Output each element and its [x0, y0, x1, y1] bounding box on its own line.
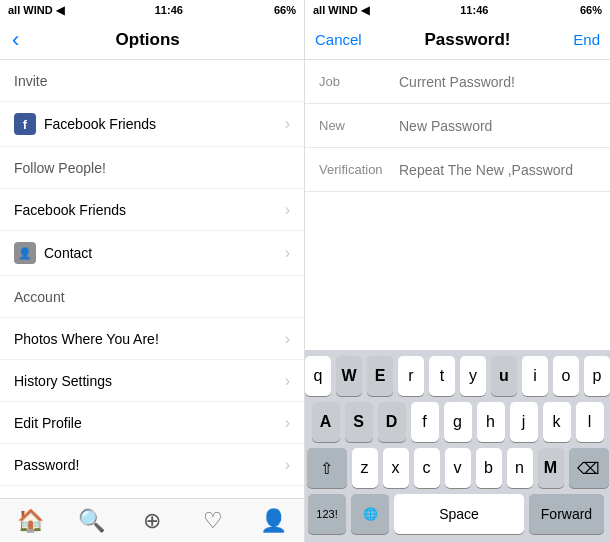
- chevron-icon-6: ›: [285, 414, 290, 432]
- key-t[interactable]: t: [429, 356, 455, 396]
- key-k[interactable]: k: [543, 402, 571, 442]
- menu-list: Invite f Facebook Friends › Follow Peopl…: [0, 60, 304, 498]
- left-status-bar: all WIND ◀ 11:46 66%: [0, 0, 304, 20]
- right-time: 11:46: [460, 4, 488, 16]
- key-u[interactable]: u: [491, 356, 517, 396]
- menu-item-account[interactable]: Account: [0, 276, 304, 318]
- verify-password-label: Verification: [319, 162, 399, 177]
- tab-search[interactable]: 🔍: [61, 508, 122, 534]
- menu-item-password[interactable]: Password! ›: [0, 444, 304, 486]
- chevron-icon-2: ›: [285, 201, 290, 219]
- new-password-input[interactable]: [399, 118, 596, 134]
- current-password-label: Job: [319, 74, 399, 89]
- keyboard: q W E r t y u i o p A S D f g h j k: [305, 350, 610, 542]
- right-nav-bar: Cancel Password! End: [305, 20, 610, 60]
- cancel-button[interactable]: Cancel: [315, 31, 362, 48]
- end-button[interactable]: End: [573, 31, 600, 48]
- key-a[interactable]: A: [312, 402, 340, 442]
- keyboard-row-2: A S D f g h j k l: [308, 402, 607, 442]
- current-password-input[interactable]: [399, 74, 596, 90]
- key-s[interactable]: S: [345, 402, 373, 442]
- key-j[interactable]: j: [510, 402, 538, 442]
- contact-icon: 👤: [14, 242, 36, 264]
- tab-profile[interactable]: 👤: [243, 508, 304, 534]
- forward-key[interactable]: Forward: [529, 494, 604, 534]
- new-password-row: New: [305, 104, 610, 148]
- key-b[interactable]: b: [476, 448, 502, 488]
- current-password-row: Job: [305, 60, 610, 104]
- back-button[interactable]: ‹: [12, 27, 19, 53]
- left-panel: all WIND ◀ 11:46 66% ‹ Options Invite f …: [0, 0, 305, 542]
- key-m[interactable]: M: [538, 448, 564, 488]
- key-l[interactable]: l: [576, 402, 604, 442]
- key-f[interactable]: f: [411, 402, 439, 442]
- key-d[interactable]: D: [378, 402, 406, 442]
- menu-item-contact[interactable]: 👤 Contact ›: [0, 231, 304, 276]
- key-r[interactable]: r: [398, 356, 424, 396]
- key-q[interactable]: q: [305, 356, 331, 396]
- delete-key[interactable]: ⌫: [569, 448, 609, 488]
- key-y[interactable]: y: [460, 356, 486, 396]
- chevron-icon-4: ›: [285, 330, 290, 348]
- facebook-icon: f: [14, 113, 36, 135]
- key-o[interactable]: o: [553, 356, 579, 396]
- key-c[interactable]: c: [414, 448, 440, 488]
- menu-item-fb-friends-2[interactable]: Facebook Friends ›: [0, 189, 304, 231]
- menu-item-photos[interactable]: Photos Where You Are! ›: [0, 318, 304, 360]
- menu-item-history[interactable]: History Settings ›: [0, 360, 304, 402]
- tab-add[interactable]: ⊕: [122, 508, 183, 534]
- right-panel: all WIND ◀ 11:46 66% Cancel Password! En…: [305, 0, 610, 542]
- space-key[interactable]: Space: [394, 494, 524, 534]
- menu-item-follow[interactable]: Follow People!: [0, 147, 304, 189]
- new-password-label: New: [319, 118, 399, 133]
- keyboard-row-1: q W E r t y u i o p: [308, 356, 607, 396]
- left-battery: 66%: [274, 4, 296, 16]
- shift-key[interactable]: ⇧: [307, 448, 347, 488]
- key-z[interactable]: z: [352, 448, 378, 488]
- key-n[interactable]: n: [507, 448, 533, 488]
- key-h[interactable]: h: [477, 402, 505, 442]
- verify-password-input[interactable]: [399, 162, 596, 178]
- key-v[interactable]: v: [445, 448, 471, 488]
- chevron-icon-5: ›: [285, 372, 290, 390]
- password-form: Job New Verification: [305, 60, 610, 192]
- tab-home[interactable]: 🏠: [0, 508, 61, 534]
- tab-heart[interactable]: ♡: [182, 508, 243, 534]
- right-status-bar: all WIND ◀ 11:46 66%: [305, 0, 610, 20]
- left-nav-title: Options: [27, 30, 268, 50]
- tab-bar: 🏠 🔍 ⊕ ♡ 👤: [0, 498, 304, 542]
- chevron-icon-3: ›: [285, 244, 290, 262]
- right-nav-title: Password!: [425, 30, 511, 50]
- left-carrier: all WIND ◀: [8, 4, 64, 17]
- numbers-key[interactable]: 123!: [308, 494, 346, 534]
- left-nav-bar: ‹ Options: [0, 20, 304, 60]
- menu-item-facebook-friends[interactable]: f Facebook Friends ›: [0, 102, 304, 147]
- left-time: 11:46: [155, 4, 183, 16]
- key-g[interactable]: g: [444, 402, 472, 442]
- menu-item-posts[interactable]: Posts You Like ›: [0, 486, 304, 498]
- key-w[interactable]: W: [336, 356, 362, 396]
- key-p[interactable]: p: [584, 356, 610, 396]
- key-i[interactable]: i: [522, 356, 548, 396]
- right-carrier: all WIND ◀: [313, 4, 369, 17]
- key-e[interactable]: E: [367, 356, 393, 396]
- menu-item-edit-profile[interactable]: Edit Profile ›: [0, 402, 304, 444]
- chevron-icon-7: ›: [285, 456, 290, 474]
- keyboard-bottom-row: 123! 🌐 Space Forward: [305, 490, 610, 542]
- menu-item-invite[interactable]: Invite: [0, 60, 304, 102]
- keyboard-row-3: ⇧ z x c v b n M ⌫: [308, 448, 607, 488]
- right-battery: 66%: [580, 4, 602, 16]
- verify-password-row: Verification: [305, 148, 610, 192]
- key-x[interactable]: x: [383, 448, 409, 488]
- chevron-icon: ›: [285, 115, 290, 133]
- globe-key[interactable]: 🌐: [351, 494, 389, 534]
